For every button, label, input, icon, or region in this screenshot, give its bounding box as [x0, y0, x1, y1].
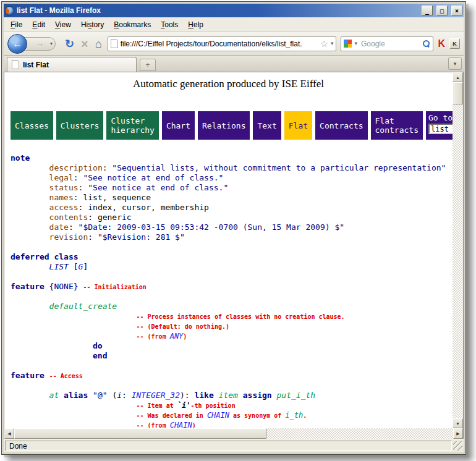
nav-btn-cluster-hierarchy[interactable]: Clusterhierarchy — [106, 111, 158, 140]
goto-input[interactable] — [428, 124, 453, 134]
menu-file[interactable]: File — [6, 19, 27, 31]
code-line: at alias "@" (i: INTEGER_32): like item … — [11, 391, 453, 400]
code-segment — [238, 391, 243, 400]
code-segment: : list, sequence — [74, 193, 151, 202]
horizontal-scroll-thumb[interactable] — [14, 428, 266, 439]
tab-list-flat[interactable]: list Flat — [7, 57, 137, 72]
kaspersky-icon[interactable]: K — [438, 39, 445, 49]
scroll-right-button[interactable]: ▶ — [453, 428, 463, 439]
google-icon[interactable] — [344, 40, 352, 48]
code-line — [11, 381, 453, 391]
code-segment: feature — [11, 371, 45, 380]
reload-button[interactable]: ↻ — [64, 38, 75, 49]
code-block: notedescription: "Sequential lists, with… — [11, 153, 453, 428]
nav-btn-chart[interactable]: Chart — [162, 111, 195, 140]
code-line: feature -- Access — [11, 371, 453, 381]
scroll-left-button[interactable]: ◀ — [4, 428, 14, 439]
menu-bookmarks[interactable]: Bookmarks — [109, 19, 156, 31]
code-segment: -- (Default: do nothing.) — [136, 323, 229, 330]
nav-btn-flat[interactable]: Flat — [284, 111, 312, 140]
close-button[interactable]: × — [451, 6, 462, 15]
firefox-icon — [5, 6, 14, 15]
search-icon[interactable] — [422, 40, 430, 48]
back-button[interactable]: ← — [7, 34, 27, 54]
nav-btn-relations[interactable]: Relations — [198, 111, 250, 140]
code-segment: LIST — [49, 262, 69, 271]
code-line: default_create — [11, 302, 453, 311]
vertical-scrollbar[interactable]: ▲ ▼ — [453, 72, 463, 428]
code-line — [11, 361, 453, 371]
code-segment: -- (from — [136, 333, 169, 340]
menu-bar: FileEditViewHistoryBookmarksToolsHelp — [4, 17, 464, 32]
nav-btn-contracts[interactable]: Contracts — [315, 111, 367, 140]
code-segment: : — [69, 222, 79, 232]
code-segment: -- Process instances of classes with no … — [136, 313, 344, 320]
code-segment: -- Was declared in — [136, 412, 206, 419]
code-line — [11, 272, 453, 282]
class-link[interactable]: ANY — [170, 332, 184, 340]
stop-button[interactable]: × — [80, 38, 90, 50]
nav-btn-clusters[interactable]: Clusters — [56, 111, 104, 140]
code-segment: -- Item at — [136, 402, 177, 409]
code-segment — [59, 391, 64, 400]
code-segment: ] — [83, 262, 88, 271]
vertical-scroll-thumb[interactable] — [453, 82, 463, 104]
url-input[interactable] — [121, 40, 318, 48]
code-segment: deferred class — [11, 252, 79, 261]
home-button[interactable]: ⌂ — [94, 38, 103, 49]
code-line: end — [11, 351, 453, 361]
nav-btn-flat-contracts[interactable]: Flatcontracts — [371, 111, 423, 140]
nav-btn-classes[interactable]: Classes — [11, 111, 53, 140]
menu-tools[interactable]: Tools — [156, 19, 183, 31]
engine-dropdown-icon[interactable]: ▾ — [354, 41, 357, 46]
address-bar: ☆ ▾ — [108, 36, 337, 51]
minimize-button[interactable]: _ — [422, 6, 433, 15]
code-segment: -th position — [190, 402, 235, 409]
code-segment: "$Revision: 281 $" — [98, 232, 185, 242]
scroll-up-button[interactable]: ▲ — [453, 72, 463, 82]
code-segment: contents — [49, 213, 88, 222]
code-line — [11, 292, 453, 302]
code-segment: put_i_th — [277, 391, 316, 400]
virtual-keyboard-icon[interactable]: K — [449, 38, 460, 49]
list-tabs-button[interactable]: ▾ — [448, 57, 462, 70]
nav-btn-text[interactable]: Text — [253, 111, 281, 140]
horizontal-scroll-track[interactable] — [266, 428, 453, 439]
search-input[interactable] — [360, 39, 420, 49]
code-line: description: "Sequential lists, without … — [11, 163, 453, 173]
menu-help[interactable]: Help — [183, 19, 208, 31]
bookmark-star-icon[interactable]: ☆ — [320, 40, 328, 48]
tab-bar: list Flat + ▾ — [4, 56, 464, 72]
url-dropdown-icon[interactable]: ▾ — [331, 41, 334, 46]
code-segment: feature — [11, 282, 45, 291]
code-line: access: index, cursor, membership — [11, 203, 453, 213]
code-segment: status — [49, 183, 79, 192]
code-segment: assign — [243, 391, 272, 400]
code-line: -- Process instances of classes with no … — [11, 311, 453, 321]
code-segment: i — [117, 391, 122, 400]
horizontal-scrollbar[interactable]: ◀ ▶ — [4, 428, 464, 439]
code-segment: : — [74, 173, 83, 182]
doc-nav-buttons: ClassesClustersClusterhierarchyChartRela… — [11, 111, 423, 140]
class-link[interactable]: INTEGER_32 — [132, 391, 180, 400]
menu-history[interactable]: History — [76, 19, 109, 31]
code-line: contents: generic — [11, 213, 453, 222]
class-link[interactable]: CHAIN — [207, 411, 229, 420]
maximize-button[interactable]: □ — [436, 6, 448, 15]
code-segment: revision — [49, 232, 88, 242]
browser-window: list Flat - Mozilla Firefox _ □ × FileEd… — [1, 1, 466, 455]
resize-grip[interactable] — [453, 441, 462, 450]
scroll-down-button[interactable]: ▼ — [453, 418, 463, 428]
code-segment: -- Access — [49, 373, 83, 379]
menu-edit[interactable]: Edit — [27, 19, 50, 31]
code-segment: do — [93, 341, 103, 350]
class-link[interactable]: CHAIN — [170, 421, 192, 428]
menu-view[interactable]: View — [50, 19, 76, 31]
code-line: LIST [G] — [11, 262, 453, 272]
history-dropdown-icon[interactable]: ▾ — [50, 41, 53, 46]
content-row: Automatic generation produced by ISE Eif… — [4, 72, 464, 428]
new-tab-button[interactable]: + — [140, 59, 156, 71]
page-content: Automatic generation produced by ISE Eif… — [4, 72, 453, 428]
code-segment: alias — [64, 391, 88, 400]
vertical-scroll-track[interactable] — [453, 104, 463, 418]
